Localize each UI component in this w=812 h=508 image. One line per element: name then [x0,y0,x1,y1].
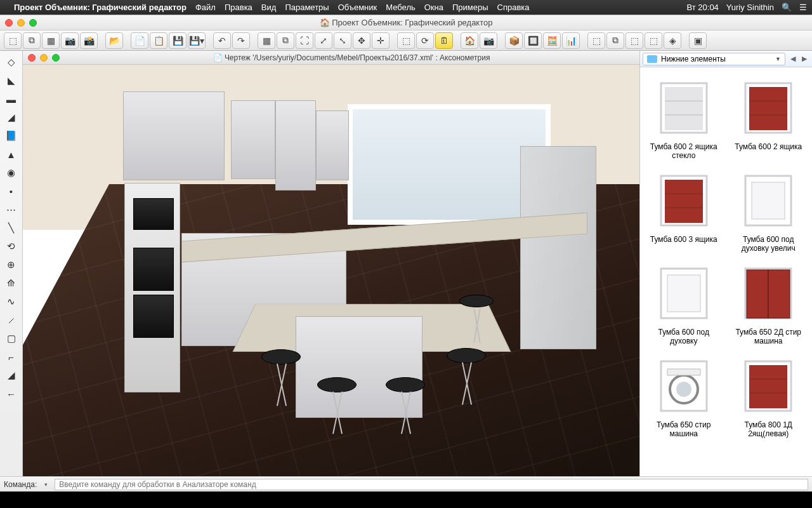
document-title-text: 📄 Чертеж '/Users/yuriy/Documents/Mebel/П… [63,53,639,62]
menu-view[interactable]: Вид [261,3,277,12]
toolbar-button-11[interactable]: 💾▾ [188,32,206,49]
catalog-item[interactable]: Тумба 600 под духовку [643,257,725,345]
catalog-thumb [646,71,721,141]
menu-help[interactable]: Справка [497,3,530,12]
left-tool-0[interactable]: ◇ [2,53,21,71]
catalog-item[interactable]: Тумба 600 2 ящика стекло [643,71,725,160]
toolbar-button-3[interactable]: 📷 [61,32,79,49]
catalog-item[interactable]: Тумба 600 3 ящика [643,164,725,253]
toolbar-button-4[interactable]: 📸 [80,32,98,49]
toolbar-button-21[interactable]: ✥ [353,32,370,49]
menu-params[interactable]: Параметры [285,3,329,12]
toolbar-button-40[interactable]: ◈ [664,32,681,49]
toolbar-button-19[interactable]: ⤢ [315,32,332,49]
toolbar-button-17[interactable]: ⧉ [277,32,294,49]
window-titlebar[interactable]: 🏠 Проект Объемник: Графический редактор [0,15,812,30]
toolbar-button-25[interactable]: ⟳ [416,32,434,49]
left-tool-2[interactable]: ▬ [2,90,21,108]
catalog-category-select[interactable]: Нижние элементы ▼ [643,53,785,65]
left-tool-14[interactable]: ⟋ [2,311,21,329]
doc-close-button[interactable] [28,54,36,62]
catalog-item-label: Тумба 800 1Д 2ящ(левая) [728,420,810,438]
close-button[interactable] [5,19,13,27]
doc-zoom-button[interactable] [52,54,60,62]
zoom-button[interactable] [29,19,37,27]
toolbar-button-6[interactable]: 📂 [105,32,123,49]
menu-extras-icon[interactable]: ☰ [799,3,807,12]
toolbar-button-2[interactable]: ▦ [42,32,60,49]
catalog-item[interactable]: Тумба 800 1Д 2ящ(левая) [728,349,810,438]
left-tool-10[interactable]: ⟲ [2,237,21,255]
menu-edit[interactable]: Правка [225,3,252,12]
left-tool-9[interactable]: ╲ [2,219,21,237]
command-history-button[interactable]: ▾ [41,479,51,490]
menu-obyemnik[interactable]: Объемник [338,3,377,12]
toolbar-button-10[interactable]: 💾 [169,32,187,49]
catalog-back-button[interactable]: ◀ [788,53,798,65]
menubar-app-name[interactable]: Проект Объемник: Графический редактор [14,3,187,12]
toolbar-button-28[interactable]: 🏠 [461,32,478,49]
left-tool-17[interactable]: ◢ [2,366,21,384]
toolbar-button-1[interactable]: ⧉ [23,32,41,49]
left-tool-5[interactable]: ▲ [2,145,21,163]
toolbar-button-18[interactable]: ⛶ [296,32,313,49]
toolbar-button-0[interactable]: ⬚ [4,32,22,49]
toolbar-button-8[interactable]: 📄 [131,32,148,49]
toolbar-button-20[interactable]: ⤡ [334,32,351,49]
catalog-item[interactable]: Тумба 650 стир машина [643,349,725,438]
toolbar-button-37[interactable]: ⧉ [606,32,624,49]
catalog-fwd-button[interactable]: ▶ [799,53,809,65]
svg-rect-1 [665,87,703,130]
left-tool-15[interactable]: ▢ [2,330,21,347]
menu-examples[interactable]: Примеры [452,3,488,12]
catalog-item[interactable]: Тумба 600 под духовку увелич [728,164,810,253]
toolbar-button-16[interactable]: ▦ [258,32,275,49]
toolbar-button-14[interactable]: ↷ [232,32,250,49]
menu-windows[interactable]: Окна [424,3,443,12]
menu-file[interactable]: Файл [195,3,216,12]
toolbar-button-36[interactable]: ⬚ [587,32,605,49]
left-tool-12[interactable]: ⟰ [2,274,21,292]
left-tool-4[interactable]: 📘 [2,127,21,145]
toolbar-button-38[interactable]: ⬚ [625,32,643,49]
toolbar-button-31[interactable]: 📦 [505,32,523,49]
left-tool-11[interactable]: ⊕ [2,256,21,274]
left-tool-8[interactable]: ⋯ [2,201,21,218]
doc-minimize-button[interactable] [40,54,48,62]
svg-rect-25 [749,365,787,408]
toolbar-button-13[interactable]: ↶ [213,32,231,49]
toolbar-button-9[interactable]: 📋 [150,32,167,49]
catalog-item-label: Тумба 600 3 ящика [649,235,719,244]
3d-viewport[interactable] [23,65,639,476]
catalog-item[interactable]: Тумба 600 2 ящика [728,71,810,160]
app-window: 🏠 Проект Объемник: Графический редактор … [0,15,812,491]
left-tool-18[interactable]: ← [2,385,21,403]
toolbar-button-39[interactable]: ⬚ [645,32,662,49]
toolbar-button-26[interactable]: 🗓 [435,32,453,49]
left-tool-3[interactable]: ◢ [2,109,21,126]
toolbar-button-42[interactable]: ▣ [689,32,707,49]
spotlight-icon[interactable]: 🔍 [782,3,792,12]
toolbar-button-32[interactable]: 🔲 [524,32,542,49]
toolbar-button-34[interactable]: 📊 [562,32,580,49]
menu-furniture[interactable]: Мебель [386,3,416,12]
left-tool-6[interactable]: ◉ [2,164,21,182]
left-tool-1[interactable]: ◣ [2,72,21,90]
minimize-button[interactable] [17,19,25,27]
left-tool-7[interactable]: • [2,182,21,200]
toolbar-button-29[interactable]: 📷 [480,32,497,49]
toolbar-button-33[interactable]: 🧮 [543,32,561,49]
toolbar-button-22[interactable]: ✛ [372,32,390,49]
catalog-thumb [646,349,721,419]
catalog-thumb [731,257,806,326]
left-tool-16[interactable]: ⌐ [2,348,21,366]
catalog-thumb [646,164,721,234]
svg-rect-15 [667,275,700,312]
toolbar-button-24[interactable]: ⬚ [397,32,415,49]
command-input[interactable] [55,479,808,490]
menubar-user[interactable]: Yuriy Sinithin [726,3,774,12]
catalog-item[interactable]: Тумба 650 2Д стир машина [728,257,810,345]
menubar-clock[interactable]: Вт 20:04 [687,3,719,12]
left-tool-13[interactable]: ∿ [2,293,21,311]
document-titlebar[interactable]: 📄 Чертеж '/Users/yuriy/Documents/Mebel/П… [23,51,639,65]
